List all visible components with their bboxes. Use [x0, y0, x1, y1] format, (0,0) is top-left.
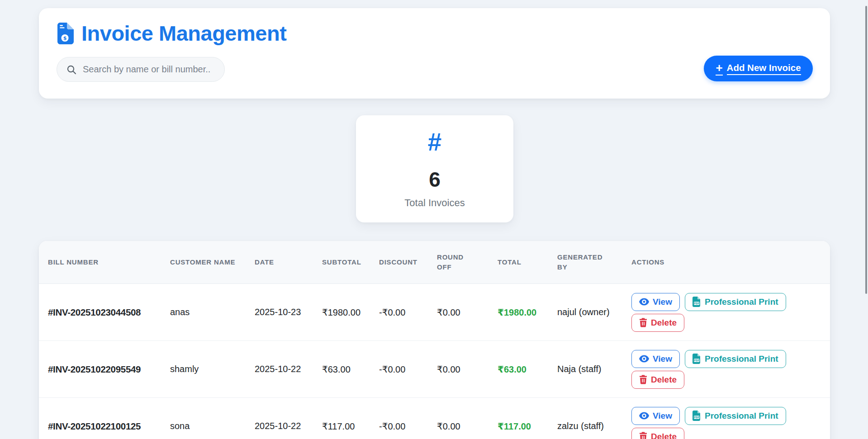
view-button-label: View — [653, 297, 672, 307]
action-line-top: View PDF Professional Print — [631, 407, 786, 425]
search-bar — [57, 57, 225, 82]
discount-cell: -₹0.00 — [370, 398, 428, 439]
plus-icon: + — [716, 62, 722, 76]
professional-print-button[interactable]: PDF Professional Print — [685, 293, 786, 311]
hash-icon: # — [428, 130, 442, 155]
trash-icon — [639, 375, 647, 384]
delete-button[interactable]: Delete — [631, 314, 684, 332]
bill-number-cell: #INV-20251022100125 — [39, 398, 161, 439]
column-header-date: Date — [246, 241, 313, 283]
actions-cell: View PDF Professional Print Delete — [622, 341, 830, 397]
action-line-top: View PDF Professional Print — [631, 293, 786, 311]
date-cell: 2025-10-22 — [246, 398, 313, 439]
svg-text:PDF: PDF — [694, 359, 700, 362]
date-cell: 2025-10-22 — [246, 341, 313, 397]
svg-text:PDF: PDF — [694, 302, 700, 305]
column-header-customer-name: Customer Name — [161, 241, 246, 283]
delete-button-label: Delete — [651, 432, 677, 439]
delete-button-label: Delete — [651, 375, 677, 385]
customer-cell: shamly — [161, 341, 246, 397]
page-title: Invoice Management — [81, 21, 286, 46]
discount-cell: -₹0.00 — [370, 284, 428, 340]
bill-number-cell: #INV-20251023044508 — [39, 284, 161, 340]
table-row: #INV-20251022100125 sona 2025-10-22 ₹117… — [39, 398, 830, 439]
action-line-top: View PDF Professional Print — [631, 350, 786, 368]
delete-button-label: Delete — [651, 318, 677, 328]
delete-button[interactable]: Delete — [631, 428, 684, 439]
eye-icon — [639, 298, 649, 306]
column-header-actions: Actions — [622, 241, 830, 283]
round-off-cell: ₹0.00 — [428, 398, 489, 439]
header-card: $ Invoice Management + Add New Invoice — [39, 8, 830, 99]
add-new-invoice-label: Add New Invoice — [727, 62, 801, 75]
view-button-label: View — [653, 354, 672, 364]
customer-cell: sona — [161, 398, 246, 439]
professional-print-button[interactable]: PDF Professional Print — [685, 350, 786, 368]
professional-print-button-label: Professional Print — [705, 354, 778, 364]
pdf-file-icon: PDF — [693, 411, 701, 421]
total-cell: ₹63.00 — [489, 341, 548, 397]
round-off-cell: ₹0.00 — [428, 284, 489, 340]
actions-cell: View PDF Professional Print Delete — [622, 284, 830, 340]
total-cell: ₹1980.00 — [489, 284, 548, 340]
search-input[interactable] — [83, 64, 218, 75]
generated-by-cell: najul (owner) — [548, 284, 622, 340]
column-header-subtotal: Subtotal — [313, 241, 370, 283]
svg-text:$: $ — [63, 35, 67, 41]
professional-print-button-label: Professional Print — [705, 297, 778, 307]
subtotal-cell: ₹117.00 — [313, 398, 370, 439]
delete-button[interactable]: Delete — [631, 371, 684, 389]
view-button[interactable]: View — [631, 293, 680, 311]
title-row: $ Invoice Management — [57, 21, 286, 46]
pdf-file-icon: PDF — [693, 354, 701, 364]
column-header-bill-number: Bill Number — [39, 241, 161, 283]
svg-text:PDF: PDF — [694, 416, 700, 419]
pdf-file-icon: PDF — [693, 297, 701, 307]
trash-icon — [639, 432, 647, 439]
eye-icon — [639, 412, 649, 420]
total-cell: ₹117.00 — [489, 398, 548, 439]
generated-by-cell: Naja (staff) — [548, 341, 622, 397]
customer-cell: anas — [161, 284, 246, 340]
total-invoices-card: # 6 Total Invoices — [356, 115, 513, 222]
view-button[interactable]: View — [631, 350, 680, 368]
professional-print-button[interactable]: PDF Professional Print — [685, 407, 786, 425]
column-header-round-off: Round Off — [428, 241, 489, 283]
add-new-invoice-button[interactable]: + Add New Invoice — [704, 56, 813, 81]
column-header-total: Total — [489, 241, 548, 283]
generated-by-cell: zalzu (staff) — [548, 398, 622, 439]
actions-cell: View PDF Professional Print Delete — [622, 398, 830, 439]
trash-icon — [639, 318, 647, 327]
bill-number-cell: #INV-20251022095549 — [39, 341, 161, 397]
date-cell: 2025-10-23 — [246, 284, 313, 340]
invoice-table-card: Bill Number Customer Name Date Subtotal … — [39, 241, 830, 439]
subtotal-cell: ₹63.00 — [313, 341, 370, 397]
view-button[interactable]: View — [631, 407, 680, 425]
view-button-label: View — [653, 411, 672, 421]
eye-icon — [639, 355, 649, 363]
professional-print-button-label: Professional Print — [705, 411, 778, 421]
discount-cell: -₹0.00 — [370, 341, 428, 397]
round-off-cell: ₹0.00 — [428, 341, 489, 397]
total-invoices-label: Total Invoices — [404, 197, 465, 209]
vertical-scrollbar-thumb[interactable] — [865, 6, 867, 294]
table-header-row: Bill Number Customer Name Date Subtotal … — [39, 241, 830, 284]
table-row: #INV-20251023044508 anas 2025-10-23 ₹198… — [39, 284, 830, 341]
column-header-generated-by: Generated By — [548, 241, 622, 283]
table-row: #INV-20251022095549 shamly 2025-10-22 ₹6… — [39, 341, 830, 398]
column-header-discount: Discount — [370, 241, 428, 283]
file-invoice-dollar-icon: $ — [57, 23, 74, 44]
search-icon — [66, 64, 77, 75]
total-invoices-count: 6 — [429, 169, 441, 190]
subtotal-cell: ₹1980.00 — [313, 284, 370, 340]
